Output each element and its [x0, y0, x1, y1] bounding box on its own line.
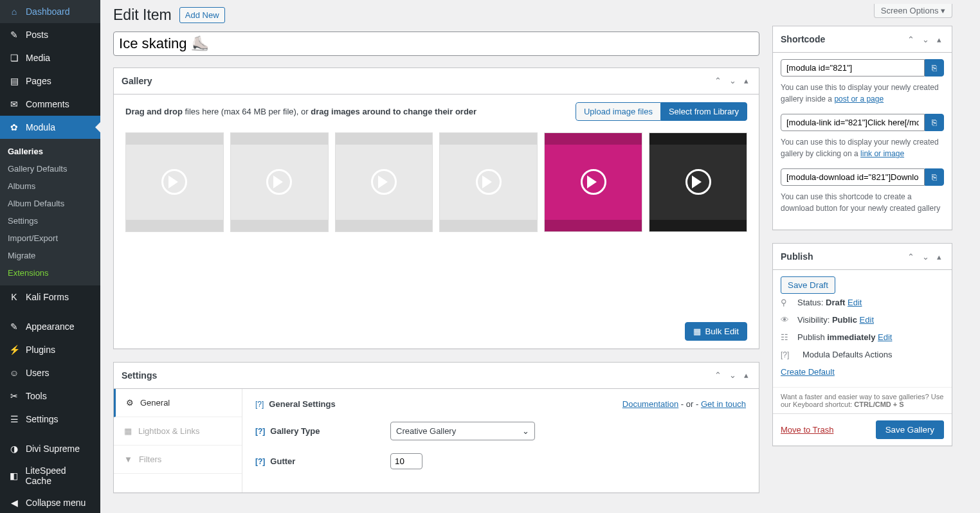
sidebar-item-media[interactable]: ❏Media	[0, 46, 100, 69]
item-title-input[interactable]	[113, 32, 759, 56]
key-icon: ⚲	[781, 298, 792, 307]
help-icon[interactable]: [?]	[781, 350, 792, 359]
sub-galleries[interactable]: Galleries	[0, 143, 100, 160]
sidebar-item-kaliforms[interactable]: KKali Forms	[0, 285, 100, 309]
cache-icon: ◧	[8, 469, 20, 482]
gallery-thumb[interactable]	[649, 132, 747, 232]
sidebar-item-plugins[interactable]: ⚡Plugins	[0, 338, 100, 361]
sidebar-item-tools[interactable]: ✂Tools	[0, 384, 100, 408]
settings-box: Settings ⌃ ⌄ ▴ ⚙General ▦Lightbox & Link…	[113, 362, 759, 493]
chevron-down-icon[interactable]: ⌄	[920, 32, 932, 47]
tab-lightbox[interactable]: ▦Lightbox & Links	[114, 417, 242, 446]
bulk-edit-button[interactable]: ▦Bulk Edit	[685, 322, 747, 341]
chevron-down-icon: ⌄	[522, 426, 529, 436]
gallery-box-header: Gallery ⌃ ⌄ ▴	[114, 68, 759, 94]
gallery-thumb[interactable]	[544, 132, 642, 232]
gallery-thumb[interactable]	[125, 132, 224, 232]
caret-up-icon[interactable]: ▴	[934, 249, 944, 264]
chevron-up-icon[interactable]: ⌃	[905, 249, 917, 264]
sub-extensions[interactable]: Extensions	[0, 264, 100, 282]
copy-button[interactable]: ⎘	[925, 59, 944, 76]
link-image-link[interactable]: link or image	[860, 149, 904, 158]
shortcode-input-1[interactable]	[781, 59, 925, 76]
chevron-up-icon[interactable]: ⌃	[905, 32, 917, 47]
label: Filters	[139, 455, 161, 464]
gallery-type-label: Gallery Type	[270, 426, 320, 436]
sub-settings[interactable]: Settings	[0, 212, 100, 230]
page-header: Edit Item Add New	[113, 6, 759, 24]
create-default-link[interactable]: Create Default	[781, 367, 835, 377]
get-in-touch-link[interactable]: Get in touch	[701, 399, 746, 409]
sidebar-item-pages[interactable]: ▤Pages	[0, 69, 100, 93]
play-icon	[476, 169, 502, 195]
gutter-input[interactable]	[390, 453, 422, 469]
sep: - or -	[678, 399, 701, 409]
chevron-down-icon[interactable]: ⌄	[727, 368, 739, 382]
label: Users	[26, 368, 50, 378]
sub-albums[interactable]: Albums	[0, 177, 100, 195]
sidebar-item-comments[interactable]: ✉Comments	[0, 93, 100, 116]
tab-general[interactable]: ⚙General	[114, 389, 242, 417]
drop-hint: Drag and drop files here (max 64 MB per …	[125, 107, 476, 116]
sub-migrate[interactable]: Migrate	[0, 247, 100, 264]
sidebar-item-dashboard[interactable]: ⌂Dashboard	[0, 0, 100, 23]
sub-import-export[interactable]: Import/Export	[0, 230, 100, 247]
sidebar-item-divi[interactable]: ◑Divi Supreme	[0, 437, 100, 460]
sidebar-item-modula[interactable]: ✿Modula	[0, 116, 100, 139]
caret-up-icon[interactable]: ▴	[741, 73, 751, 88]
gallery-thumb[interactable]	[230, 132, 329, 232]
chevron-up-icon[interactable]: ⌃	[712, 368, 724, 382]
chevron-up-icon[interactable]: ⌃	[712, 73, 724, 88]
documentation-link[interactable]: Documentation	[622, 399, 678, 409]
tab-filters[interactable]: ▼Filters	[114, 446, 242, 474]
sidebar-item-litespeed[interactable]: ◧LiteSpeed Cache	[0, 460, 100, 491]
add-new-button[interactable]: Add New	[179, 7, 225, 23]
help-icon[interactable]: [?]	[255, 400, 264, 409]
sidebar-item-collapse[interactable]: ◀Collapse menu	[0, 491, 100, 513]
label: Appearance	[26, 321, 75, 332]
gallery-thumb[interactable]	[335, 132, 433, 232]
shortcode-box: Shortcode ⌃⌄▴ ⎘ You can use this to disp…	[772, 26, 952, 230]
move-to-trash-link[interactable]: Move to Trash	[781, 425, 833, 435]
select-library-button[interactable]: Select from Library	[661, 102, 747, 121]
caret-up-icon[interactable]: ▴	[934, 32, 944, 47]
label: Divi Supreme	[26, 444, 80, 454]
shortcode-input-2[interactable]	[781, 114, 925, 131]
sidebar-item-users[interactable]: ☺Users	[0, 361, 100, 384]
sub-album-defaults[interactable]: Album Defaults	[0, 195, 100, 212]
divi-icon: ◑	[8, 442, 21, 455]
panel-title: General Settings	[269, 399, 335, 409]
shortcode-input-3[interactable]	[781, 168, 925, 186]
chevron-down-icon[interactable]: ⌄	[727, 73, 739, 88]
sidebar-item-posts[interactable]: ✎Posts	[0, 23, 100, 46]
label: Collapse menu	[26, 498, 86, 508]
sidebar-item-settings[interactable]: ☰Settings	[0, 408, 100, 431]
help-icon[interactable]: [?]	[255, 427, 265, 436]
copy-button[interactable]: ⎘	[925, 114, 944, 131]
help-icon[interactable]: [?]	[255, 457, 265, 466]
sub-gallery-defaults[interactable]: Gallery Defaults	[0, 160, 100, 177]
gallery-type-select[interactable]: Creative Gallery⌄	[390, 422, 535, 440]
edit-visibility-link[interactable]: Edit	[860, 315, 874, 325]
save-gallery-button[interactable]: Save Gallery	[876, 420, 944, 439]
user-icon: ☺	[8, 366, 21, 379]
save-draft-button[interactable]: Save Draft	[781, 276, 835, 294]
play-icon	[685, 169, 711, 195]
sidebar-item-appearance[interactable]: ✎Appearance	[0, 315, 100, 338]
label: Comments	[26, 99, 69, 109]
label: Lightbox & Links	[138, 426, 199, 436]
screen-options-button[interactable]: Screen Options ▾	[874, 4, 952, 18]
label: Kali Forms	[26, 292, 69, 302]
shortcode-title: Shortcode	[781, 26, 825, 52]
caret-up-icon[interactable]: ▴	[741, 368, 751, 382]
edit-status-link[interactable]: Edit	[848, 298, 862, 307]
play-icon	[581, 169, 606, 195]
gallery-thumb[interactable]	[439, 132, 538, 232]
collapse-icon: ◀	[8, 496, 21, 509]
copy-button[interactable]: ⎘	[925, 168, 944, 186]
chevron-down-icon[interactable]: ⌄	[920, 249, 932, 264]
status-label: Status:	[797, 298, 826, 307]
post-page-link[interactable]: post or a page	[834, 94, 884, 104]
edit-publish-link[interactable]: Edit	[878, 332, 892, 342]
upload-files-button[interactable]: Upload image files	[576, 102, 661, 121]
